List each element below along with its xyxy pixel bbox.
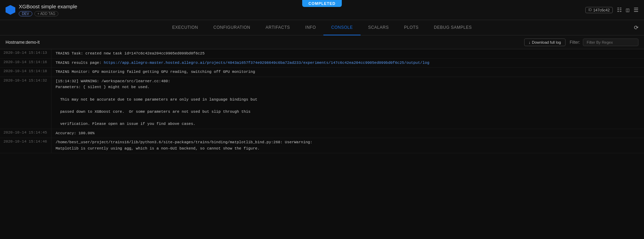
title-wrapper: XGBoost simple example DEV + ADD TAG xyxy=(19,3,77,16)
hostname-label: Hostname: xyxy=(6,40,26,45)
hostname-value: demo-lt xyxy=(26,40,40,45)
tab-plots[interactable]: PLOTS xyxy=(396,20,426,35)
log-row: 2020-10-14 15:14:45 Accuracy: 100.00% xyxy=(0,129,644,138)
tab-configuration[interactable]: CONFIGURATION xyxy=(206,20,258,35)
menu-icon[interactable]: ☰ xyxy=(634,7,638,14)
log-row: 2020-10-14 15:14:46 /home/best_user/proj… xyxy=(0,138,644,153)
app-title: XGBoost simple example xyxy=(19,3,77,9)
log-message: TRAINS Monitor: GPU monitoring failed ge… xyxy=(51,68,644,77)
tab-artifacts[interactable]: ARTIFACTS xyxy=(258,20,298,35)
top-bar: XGBoost simple example DEV + ADD TAG COM… xyxy=(0,0,644,20)
filter-label: Filter: xyxy=(570,40,580,45)
id-value: 147c6c42 xyxy=(593,8,610,12)
tags-area: DEV + ADD TAG xyxy=(19,11,77,16)
id-label: ID xyxy=(588,8,592,12)
log-row: 2020-10-14 15:14:16 TRAINS results page:… xyxy=(0,59,644,68)
log-timestamp: 2020-10-14 15:14:32 xyxy=(0,77,51,129)
tab-info[interactable]: INFO xyxy=(298,20,324,35)
tab-execution[interactable]: EXECUTION xyxy=(165,20,206,35)
log-row: 2020-10-14 15:14:18 TRAINS Monitor: GPU … xyxy=(0,68,644,77)
download-full-log-button[interactable]: ↓ Download full log xyxy=(524,39,565,46)
log-timestamp: 2020-10-14 15:14:18 xyxy=(0,68,51,77)
hostname-text: Hostname:demo-lt xyxy=(6,40,40,45)
log-row: 2020-10-14 15:14:13 TRAINS Task: created… xyxy=(0,49,644,59)
console-content: 2020-10-14 15:14:13 TRAINS Task: created… xyxy=(0,49,644,239)
refresh-icon[interactable]: ⟳ xyxy=(634,24,638,31)
log-message: /home/best_user/project/trains16/lib/pyt… xyxy=(51,138,644,153)
log-timestamp: 2020-10-14 15:14:46 xyxy=(0,138,51,153)
add-tag-button[interactable]: + ADD TAG xyxy=(34,11,59,16)
completed-badge: COMPLETED xyxy=(302,0,342,7)
layout-icon[interactable]: ◫ xyxy=(626,7,629,14)
tab-debug-samples[interactable]: DEBUG SAMPLES xyxy=(426,20,479,35)
log-row: 2020-10-14 15:14:32 [15:14:32] WARNING: … xyxy=(0,77,644,129)
top-right-icons: ID 147c6c42 ☷ ◫ ☰ xyxy=(585,7,638,14)
download-label: Download full log xyxy=(532,40,561,44)
document-icon[interactable]: ☷ xyxy=(617,7,622,14)
results-page-link[interactable]: https://app.allegro-master.hosted.allegr… xyxy=(104,61,429,65)
filter-input[interactable] xyxy=(583,39,638,46)
log-timestamp: 2020-10-14 15:14:13 xyxy=(0,49,51,58)
log-timestamp: 2020-10-14 15:14:16 xyxy=(0,59,51,68)
tab-scalars[interactable]: SCALARS xyxy=(361,20,397,35)
logo-icon xyxy=(6,5,15,15)
toolbar: Hostname:demo-lt ↓ Download full log Fil… xyxy=(0,35,644,49)
nav-tabs: EXECUTION CONFIGURATION ARTIFACTS INFO C… xyxy=(0,20,644,35)
tag-dev[interactable]: DEV xyxy=(19,11,32,16)
download-icon: ↓ xyxy=(529,40,531,44)
log-message: TRAINS results page: https://app.allegro… xyxy=(51,59,644,68)
id-badge: ID 147c6c42 xyxy=(585,7,613,13)
tab-console[interactable]: CONSOLE xyxy=(323,20,360,35)
log-message: [15:14:32] WARNING: /workspace/src/learn… xyxy=(51,77,644,129)
log-message: Accuracy: 100.00% xyxy=(51,129,644,138)
log-timestamp: 2020-10-14 15:14:45 xyxy=(0,129,51,138)
log-message: TRAINS Task: created new task id=147c6c4… xyxy=(51,49,644,58)
